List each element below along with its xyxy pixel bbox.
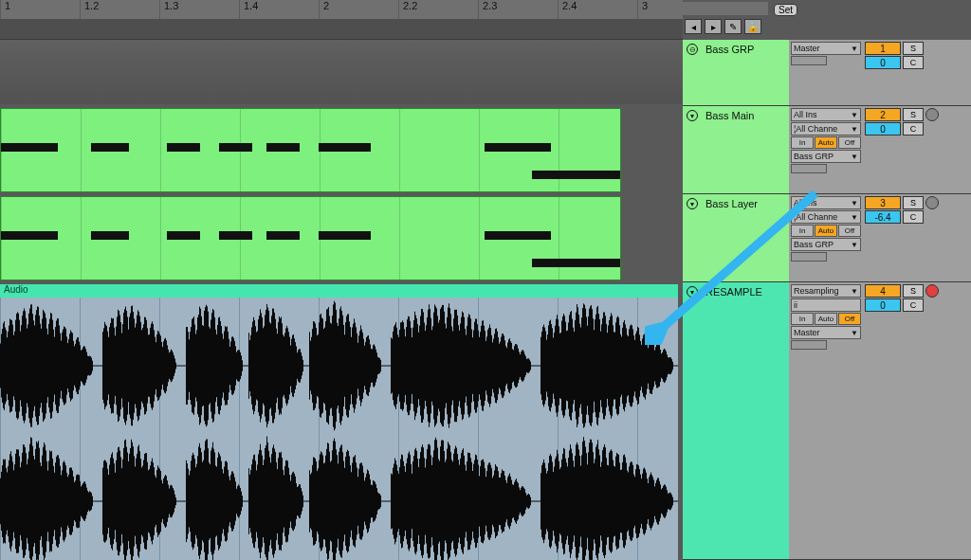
track-name-bass-grp[interactable]: ⊖ Bass GRP [683, 40, 789, 105]
track-title: Bass Layer [705, 198, 758, 209]
track-fold-icon[interactable]: ▾ [687, 198, 698, 209]
ruler-marker: 2.4 [558, 0, 577, 19]
track-activator[interactable]: 1 [865, 42, 901, 55]
monitor-row: In Auto Off [791, 225, 861, 237]
midi-clip-bass-layer[interactable] [0, 196, 621, 280]
back-icon[interactable]: ◂ [685, 19, 702, 34]
track-activator[interactable]: 4 [865, 284, 901, 298]
audio-clip-waveform[interactable] [0, 298, 678, 560]
cue-button[interactable]: C [903, 210, 924, 224]
mixer-column: 3 S -6.4 C [863, 194, 971, 281]
solo-button[interactable]: S [903, 284, 924, 298]
pan-value[interactable]: 0 [865, 298, 901, 312]
record-arm-button[interactable] [925, 196, 939, 209]
pan-value[interactable]: -6.4 [865, 210, 901, 224]
track-name-bass-main[interactable]: ▾ Bass Main [683, 106, 789, 193]
input-channel-selector[interactable]: ¦ All Channe▼ [791, 210, 861, 224]
track-name-resample[interactable]: ▾ RESAMPLE [683, 282, 789, 559]
monitor-auto[interactable]: Auto [815, 225, 837, 237]
input-selector[interactable]: All Ins▼ [791, 196, 861, 209]
pencil-icon[interactable]: ✎ [724, 19, 742, 34]
io-column: Master▼ [789, 40, 863, 105]
audio-clip-label[interactable]: Audio [0, 284, 678, 298]
monitor-in[interactable]: In [791, 313, 814, 325]
track-fold-icon[interactable]: ▾ [687, 286, 698, 298]
cue-button[interactable]: C [903, 298, 924, 312]
ruler-marker: 2 [319, 0, 329, 19]
arrangement-overview[interactable] [0, 19, 683, 40]
monitor-off[interactable]: Off [838, 313, 861, 325]
send-slot[interactable] [791, 340, 827, 350]
io-column: Resampling▼ ii In Auto Off Master▼ [789, 282, 863, 559]
record-arm-button[interactable] [925, 108, 939, 121]
track-activator[interactable]: 3 [865, 196, 901, 209]
track-title: Bass GRP [705, 44, 754, 55]
input-selector[interactable]: Resampling▼ [791, 284, 861, 298]
output-selector[interactable]: Bass GRP▼ [791, 150, 861, 163]
io-column: All Ins▼ ¦ All Channe▼ In Auto Off Bass … [789, 194, 863, 281]
monitor-off[interactable]: Off [838, 225, 861, 237]
track-title: Bass Main [705, 110, 754, 121]
timeline-ruler[interactable]: 1 1.2 1.3 1.4 2 2.2 2.3 2.4 3 [0, 0, 683, 19]
pan-value[interactable]: 0 [865, 56, 901, 69]
group-lane-header[interactable] [0, 40, 683, 104]
track-activator[interactable]: 2 [865, 108, 901, 121]
ruler-marker: 2.2 [398, 0, 417, 19]
solo-button[interactable]: S [903, 196, 924, 209]
ruler-marker: 1 [0, 0, 10, 19]
track-row-bass-grp: ⊖ Bass GRP Master▼ 1 S 0 C [683, 40, 971, 106]
mixer-column: 1 S 0 C [863, 40, 971, 105]
output-selector[interactable]: Bass GRP▼ [791, 238, 861, 251]
lock-icon[interactable]: 🔒 [744, 19, 761, 34]
monitor-in[interactable]: In [791, 225, 814, 237]
cue-button[interactable]: C [903, 56, 924, 69]
track-row-resample: ▾ RESAMPLE Resampling▼ ii In Auto Off Ma… [683, 282, 971, 560]
output-selector[interactable]: Master▼ [791, 326, 861, 339]
ruler-marker: 1.3 [159, 0, 178, 19]
solo-button[interactable]: S [903, 108, 924, 121]
loop-brace[interactable] [683, 2, 768, 15]
pan-value[interactable]: 0 [865, 122, 901, 135]
monitor-auto[interactable]: Auto [815, 136, 837, 149]
arrangement-area[interactable]: Audio [0, 19, 683, 560]
ruler-marker: 3 [637, 0, 648, 19]
track-fold-icon[interactable]: ⊖ [687, 44, 698, 55]
set-marker-button[interactable]: Set [774, 4, 797, 16]
send-slot[interactable] [791, 56, 827, 65]
track-title: RESAMPLE [705, 286, 762, 298]
solo-button[interactable]: S [903, 42, 924, 55]
arrangement-top-right: Set ◂ ▸ ✎ 🔒 [683, 0, 971, 40]
io-column: All Ins▼ ¦ All Channe▼ In Auto Off Bass … [789, 106, 863, 193]
ruler-marker: 1.4 [239, 0, 258, 19]
monitor-row: In Auto Off [791, 313, 861, 325]
midi-clip-bass-main[interactable] [0, 108, 621, 192]
send-slot[interactable] [791, 252, 827, 262]
track-row-bass-main: ▾ Bass Main All Ins▼ ¦ All Channe▼ In Au… [683, 106, 971, 194]
track-fold-icon[interactable]: ▾ [687, 110, 698, 121]
record-arm-button[interactable] [925, 284, 939, 298]
input-channel-selector[interactable]: ii [791, 298, 861, 312]
monitor-in[interactable]: In [791, 136, 814, 149]
input-channel-selector[interactable]: ¦ All Channe▼ [791, 122, 861, 135]
track-panel: ⊖ Bass GRP Master▼ 1 S 0 C ▾ Bass Main A… [683, 40, 971, 560]
monitor-off[interactable]: Off [838, 136, 861, 149]
fwd-icon[interactable]: ▸ [705, 19, 722, 34]
monitor-row: In Auto Off [791, 136, 861, 149]
output-selector[interactable]: Master▼ [791, 42, 861, 55]
input-selector[interactable]: All Ins▼ [791, 108, 861, 121]
mixer-column: 4 S 0 C [863, 282, 971, 559]
track-row-bass-layer: ▾ Bass Layer All Ins▼ ¦ All Channe▼ In A… [683, 194, 971, 282]
ruler-marker: 2.3 [478, 0, 497, 19]
monitor-auto[interactable]: Auto [815, 313, 837, 325]
track-name-bass-layer[interactable]: ▾ Bass Layer [683, 194, 789, 281]
cue-button[interactable]: C [903, 122, 924, 135]
ruler-marker: 1.2 [80, 0, 99, 19]
send-slot[interactable] [791, 164, 827, 173]
mixer-column: 2 S 0 C [863, 106, 971, 193]
